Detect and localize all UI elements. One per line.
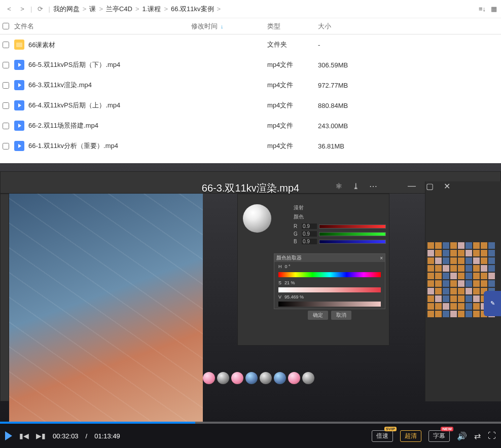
thumb[interactable] [443,295,449,302]
fullscreen-icon[interactable]: ⛶ [488,431,496,440]
thumb[interactable] [450,280,457,287]
thumb[interactable] [427,257,434,264]
thumb[interactable] [443,265,449,272]
minimize-icon[interactable]: — [408,181,416,191]
v-value[interactable]: 95.469 % [284,294,304,300]
mat-ball[interactable] [260,372,272,384]
thumb[interactable] [443,273,449,279]
thumb[interactable] [435,288,442,294]
thumb[interactable] [435,273,442,279]
thumb[interactable] [450,265,457,272]
download-icon[interactable]: ⤓ [352,181,359,191]
video-frame[interactable]: 漫射 颜色 R0.9 G0.9 B0.9 颜色拾取器× H0 ° S21 % V… [0,163,501,422]
picker-ok[interactable]: 确定 [308,311,328,320]
thumb[interactable] [458,280,464,287]
thumb[interactable] [458,288,464,294]
s-value[interactable]: 21 % [284,280,295,285]
thumb[interactable] [481,280,487,287]
next-button[interactable]: ▶▮ [36,432,46,440]
col-name[interactable]: 文件名 [11,22,191,31]
r-slider[interactable] [319,225,386,229]
nav-refresh[interactable]: ⟳ [35,5,45,13]
thumb[interactable] [458,295,464,302]
thumb[interactable] [466,280,472,287]
thumb[interactable] [473,295,480,302]
thumb[interactable] [427,303,434,310]
prev-button[interactable]: ▮◀ [19,432,29,440]
thumb[interactable] [427,265,434,272]
thumb[interactable] [443,280,449,287]
thumb[interactable] [427,288,434,294]
thumb[interactable] [466,303,472,310]
thumb[interactable] [466,257,472,264]
thumb[interactable] [443,303,449,310]
thumb[interactable] [443,257,449,264]
volume-icon[interactable]: 🔊 [457,431,467,441]
thumb[interactable] [443,242,449,249]
select-all[interactable] [3,23,9,29]
mat-ball[interactable] [231,372,243,384]
b-value[interactable]: 0.9 [302,239,317,244]
file-row[interactable]: 66-4.双11kvPS后期（上）.mp4mp4文件880.84MB [0,95,501,116]
thumb[interactable] [427,242,434,249]
thumb[interactable] [473,265,480,272]
maximize-icon[interactable]: ▢ [426,181,434,191]
h-value[interactable]: 0 ° [285,264,291,269]
thumb[interactable] [466,311,472,317]
thumb[interactable] [458,265,464,272]
thumb[interactable] [427,311,434,317]
thumb[interactable] [435,265,442,272]
thumb[interactable] [481,265,487,272]
file-row[interactable]: 66课素材文件夹- [0,34,501,55]
grid-icon[interactable]: ▦ [491,5,497,13]
thumb[interactable] [466,273,472,279]
thumb[interactable] [450,257,457,264]
file-row[interactable]: 66-1.双11kv分析（重要）.mp4mp4文件36.81MB [0,136,501,156]
thumb[interactable] [443,250,449,256]
thumb[interactable] [488,242,495,249]
thumb[interactable] [466,250,472,256]
thumb[interactable] [435,250,442,256]
row-checkbox[interactable] [3,102,9,109]
notes-button[interactable]: ✎ [484,291,501,316]
thumb[interactable] [488,265,495,272]
crumb[interactable]: 兰亭C4D [106,5,132,14]
thumb[interactable] [473,303,480,310]
thumb[interactable] [427,280,434,287]
thumb[interactable] [481,257,487,264]
thumb[interactable] [473,311,480,317]
crumb[interactable]: 66.双11kv案例 [171,5,214,14]
playlist-icon[interactable]: ⇄ [474,431,481,441]
share-icon[interactable]: ⚛ [335,181,342,191]
thumb[interactable] [435,311,442,317]
thumb[interactable] [458,242,464,249]
close-icon[interactable]: ✕ [444,181,450,191]
g-slider[interactable] [319,232,386,236]
thumb[interactable] [488,280,495,287]
thumb[interactable] [435,257,442,264]
b-slider[interactable] [319,240,386,244]
mat-ball[interactable] [288,372,300,384]
thumb[interactable] [450,242,457,249]
g-value[interactable]: 0.9 [302,231,317,237]
thumb[interactable] [443,311,449,317]
thumb[interactable] [466,288,472,294]
row-checkbox[interactable] [3,82,9,89]
thumb[interactable] [435,242,442,249]
file-row[interactable]: 66-2.双11场景搭建.mp4mp4文件243.00MB [0,116,501,136]
thumb[interactable] [427,273,434,279]
thumb[interactable] [488,273,495,279]
thumb[interactable] [435,295,442,302]
row-checkbox[interactable] [3,123,9,129]
thumb[interactable] [458,273,464,279]
mat-ball[interactable] [245,372,258,384]
thumb[interactable] [473,280,480,287]
nav-forward[interactable]: > [17,5,27,13]
row-checkbox[interactable] [3,143,9,150]
val-slider[interactable] [278,302,381,307]
speed-button[interactable]: 倍速SVIP [372,430,393,442]
thumb[interactable] [450,295,457,302]
col-size[interactable]: 大小 [318,22,379,31]
r-value[interactable]: 0.9 [302,223,317,229]
file-row[interactable]: 66-5.双11kvPS后期（下）.mp4mp4文件306.59MB [0,55,501,75]
